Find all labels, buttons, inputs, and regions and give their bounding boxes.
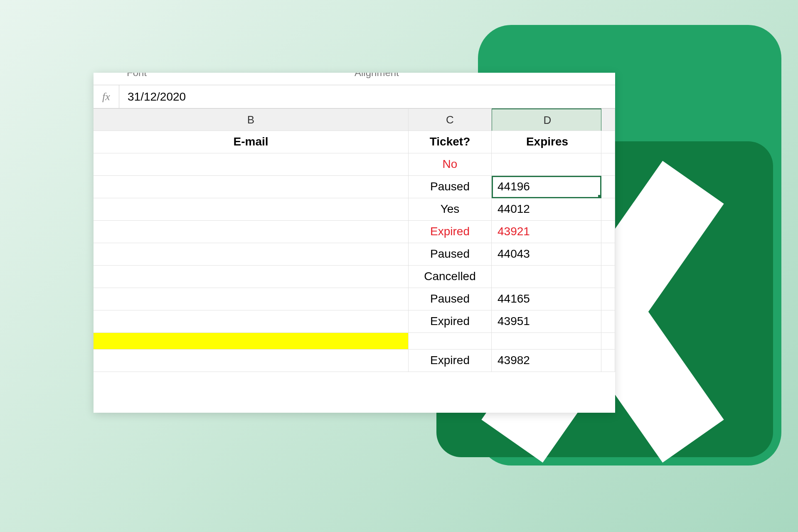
cell-expires[interactable] [492,266,601,288]
cell-ticket[interactable]: No [409,153,492,176]
column-headers-row: B C D [94,108,615,131]
table-row: Expired43951 [94,310,615,333]
table-row: Cancelled [94,266,615,288]
table-row: Expired43982 [94,350,615,372]
fill-handle[interactable] [598,195,601,198]
ribbon-font-group-label: Font [127,73,147,85]
cell-expires[interactable] [492,333,601,350]
cell-email[interactable] [94,221,409,243]
cell-ticket[interactable]: Paused [409,243,492,266]
cell-ticket[interactable]: Paused [409,176,492,198]
cell-ticket[interactable]: Paused [409,288,492,310]
cell-email[interactable] [94,310,409,333]
cell-expires[interactable]: 44196 [492,176,601,198]
column-header-D[interactable]: D [492,108,601,131]
header-expires[interactable]: Expires [492,131,601,153]
table-row: Paused44043 [94,243,615,266]
column-header-B[interactable]: B [94,108,409,131]
cell-blank[interactable] [601,288,615,310]
cell-expires[interactable]: 44012 [492,198,601,221]
table-row: Paused44196 [94,176,615,198]
cell-blank[interactable] [601,153,615,176]
cell-ticket[interactable]: Expired [409,221,492,243]
cell-ticket[interactable]: Yes [409,198,492,221]
spreadsheet-grid[interactable]: B C D E-mail Ticket? Expires NoPaused441… [94,108,615,372]
cell-ticket[interactable] [409,333,492,350]
cell-blank[interactable] [601,176,615,198]
table-header-row: E-mail Ticket? Expires [94,131,615,153]
cell-blank[interactable] [601,266,615,288]
header-ticket[interactable]: Ticket? [409,131,492,153]
cell-email[interactable] [94,350,409,372]
cell-blank[interactable] [601,350,615,372]
ribbon-groups: Font Alignment [94,73,615,85]
table-row: Expired43921 [94,221,615,243]
cell-blank[interactable] [601,310,615,333]
cell-ticket[interactable]: Expired [409,310,492,333]
cell-blank[interactable] [601,221,615,243]
cell-email[interactable] [94,198,409,221]
cell-blank[interactable] [601,243,615,266]
cell-expires[interactable]: 44165 [492,288,601,310]
table-row: No [94,153,615,176]
cell-expires[interactable]: 44043 [492,243,601,266]
cell-email[interactable] [94,266,409,288]
cell-email[interactable] [94,243,409,266]
cell-expires[interactable]: 43921 [492,221,601,243]
cell-email[interactable] [94,333,409,350]
cell-expires[interactable]: 43951 [492,310,601,333]
cell-blank[interactable] [601,333,615,350]
table-row: Paused44165 [94,288,615,310]
header-email[interactable]: E-mail [94,131,409,153]
cell-email[interactable] [94,176,409,198]
excel-spreadsheet-window: Font Alignment fx B C D E-mail Ticket? E… [94,73,615,413]
table-row: Yes44012 [94,198,615,221]
cell-ticket[interactable]: Expired [409,350,492,372]
column-header-C[interactable]: C [409,108,492,131]
ribbon-alignment-group-label: Alignment [355,73,399,85]
cell-expires[interactable] [492,153,601,176]
cell-ticket[interactable]: Cancelled [409,266,492,288]
cell-expires[interactable]: 43982 [492,350,601,372]
column-header-E[interactable] [601,108,615,131]
formula-input[interactable] [119,90,615,103]
cell-email[interactable] [94,288,409,310]
table-row [94,333,615,350]
formula-bar: fx [94,85,615,108]
cell-email[interactable] [94,153,409,176]
cell-blank[interactable] [601,198,615,221]
fx-icon[interactable]: fx [94,85,119,108]
